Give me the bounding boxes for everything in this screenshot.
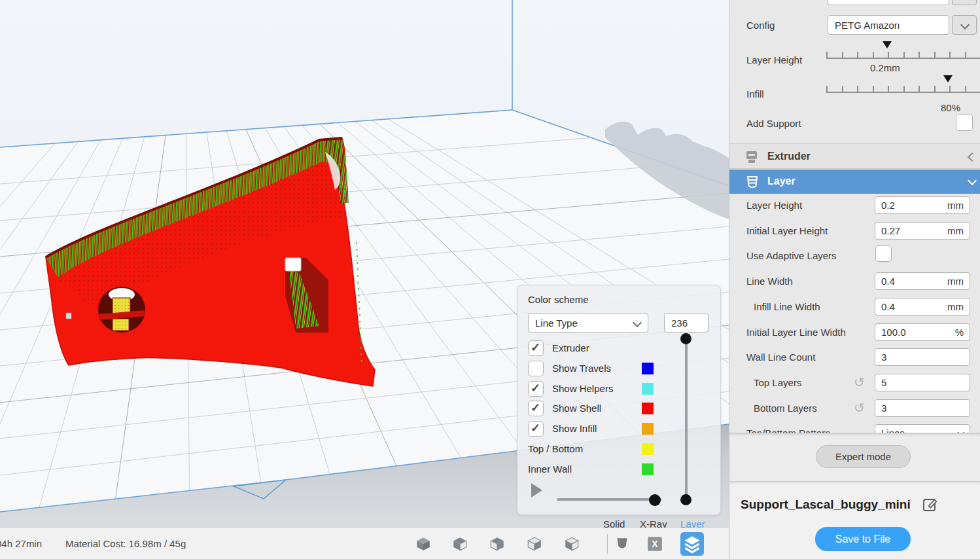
section-layer-label: Layer [767, 175, 796, 187]
view-front-icon[interactable] [451, 535, 468, 552]
infill-slider-value: 80% [941, 102, 960, 113]
layer-section-icon [744, 173, 761, 190]
solid-view-icon[interactable] [614, 535, 631, 552]
setting-row: Use Adaptive Layers [729, 244, 980, 269]
setting-input[interactable]: 0.2mm [875, 196, 970, 214]
project-name: Support_Lascal_buggy_mini [741, 497, 911, 512]
infill-slider[interactable] [826, 84, 980, 93]
config-select[interactable]: PETG Amazon [828, 15, 949, 35]
setting-row: Bottom Layers↺3 [729, 397, 980, 422]
add-support-checkbox[interactable] [956, 114, 973, 131]
color-scheme-title: Color scheme [528, 294, 589, 305]
color-scheme-item-label: Show Shell [552, 403, 601, 414]
layer-slider-top-handle[interactable] [680, 333, 691, 344]
setting-input[interactable]: 100.0% [875, 323, 970, 341]
setting-label: Initial Layer Height [746, 225, 828, 236]
path-slider-handle[interactable] [649, 494, 661, 506]
color-scheme-row: Show Helpers [517, 380, 720, 399]
edit-name-icon[interactable] [922, 496, 939, 513]
setting-input[interactable]: 3 [875, 348, 970, 366]
setting-checkbox[interactable] [875, 245, 892, 262]
setting-unit: mm [947, 200, 964, 211]
view-3d-icon[interactable] [415, 535, 432, 552]
setting-row: Line Width0.4mm [729, 270, 980, 295]
color-scheme-row: Show Travels [517, 359, 720, 379]
color-scheme-item-label: Inner Wall [528, 463, 572, 475]
color-scheme-item-label: Show Helpers [552, 383, 613, 394]
setting-select[interactable]: Lines [875, 424, 970, 433]
save-to-file-button[interactable]: Save to File [815, 527, 911, 551]
top-clipped-select-button[interactable] [952, 0, 977, 5]
visibility-checkbox[interactable] [528, 381, 544, 397]
layer-slider-bottom-handle[interactable] [680, 494, 691, 505]
layer-height-slider-label: Layer Height [746, 54, 802, 65]
save-area: Support_Lascal_buggy_mini Save to File [729, 481, 980, 559]
infill-slider-marker[interactable] [943, 75, 953, 82]
color-scheme-panel: Color scheme Line Type 236 ExtruderShow … [517, 285, 721, 515]
color-scheme-select[interactable]: Line Type [528, 313, 648, 333]
status-bar: 04h 27min Material Cost: 16.98m / 45g X [0, 528, 729, 559]
color-scheme-row: Show Infill [517, 420, 720, 439]
setting-input[interactable]: 0.4mm [875, 298, 970, 316]
config-value: PETG Amazon [835, 20, 900, 31]
setting-value: 5 [881, 377, 886, 388]
extruder-icon [744, 149, 760, 165]
visibility-checkbox[interactable] [528, 421, 544, 437]
setting-row: Top/Bottom PatternLines [729, 422, 980, 433]
print-time: 04h 27min [0, 538, 42, 549]
add-support-label: Add Support [746, 118, 801, 129]
layer-settings-list: Layer Height0.2mmInitial Layer Height0.2… [729, 194, 980, 433]
path-slider-track[interactable] [557, 498, 661, 501]
setting-label: Top/Bottom Pattern [746, 427, 830, 433]
setting-label: Bottom Layers [754, 403, 817, 414]
setting-row: Wall Line Count3 [729, 346, 980, 370]
section-layer[interactable]: Layer [729, 170, 980, 194]
chevron-left-icon [968, 153, 977, 162]
setting-label: Infill Line Width [754, 301, 820, 312]
visibility-checkbox[interactable] [528, 361, 544, 376]
setting-input[interactable]: 5 [875, 374, 970, 391]
color-scheme-row: Inner Wall [517, 460, 720, 480]
setting-value: 0.27 [881, 225, 900, 236]
layer-height-slider-marker[interactable] [883, 41, 892, 48]
color-swatch [642, 463, 654, 475]
visibility-checkbox[interactable] [528, 340, 544, 356]
config-select-button[interactable] [952, 15, 977, 35]
color-scheme-row: Top / Bottom [517, 440, 720, 460]
setting-input[interactable]: 3 [875, 399, 970, 417]
setting-unit: mm [947, 276, 964, 287]
setting-row: Top Layers↺5 [729, 371, 980, 396]
layer-number-input[interactable]: 236 [664, 313, 709, 333]
setting-input[interactable]: 0.27mm [875, 222, 970, 240]
layer-number-value: 236 [671, 317, 688, 329]
layer-range-slider-track[interactable] [685, 338, 688, 500]
expert-mode-button[interactable]: Expert mode [816, 445, 911, 468]
play-icon[interactable] [531, 483, 542, 497]
layer-view-icon[interactable] [680, 532, 704, 556]
color-swatch [642, 383, 654, 395]
setting-label: Initial Layer Line Width [746, 327, 846, 338]
color-scheme-value: Line Type [535, 317, 578, 329]
section-extruder[interactable]: Extruder [729, 143, 980, 169]
view-left-icon[interactable] [526, 535, 543, 552]
setting-value: 100.0 [881, 327, 906, 338]
setting-row: Infill Line Width0.4mm [729, 295, 980, 320]
setting-row: Initial Layer Line Width100.0% [729, 321, 980, 346]
chevron-down-icon [633, 318, 642, 327]
visibility-checkbox[interactable] [528, 401, 544, 416]
layer-height-slider[interactable] [826, 50, 980, 59]
color-scheme-item-label: Top / Bottom [528, 443, 583, 454]
setting-label: Wall Line Count [746, 352, 815, 363]
xray-view-icon[interactable]: X [646, 535, 663, 552]
setting-label: Top Layers [754, 377, 801, 388]
material-cost: Material Cost: 16.98m / 45g [65, 538, 186, 549]
top-clipped-select[interactable] [828, 0, 949, 5]
settings-panel: Config PETG Amazon Layer Height 0.2mm In… [729, 0, 980, 559]
view-right-icon[interactable] [563, 535, 580, 552]
view-top-icon[interactable] [489, 535, 506, 552]
reset-value-icon[interactable]: ↺ [854, 374, 865, 390]
setting-input[interactable]: 0.4mm [875, 272, 970, 290]
setting-value: 0.2 [881, 200, 895, 211]
setting-unit: mm [947, 225, 964, 236]
reset-value-icon[interactable]: ↺ [854, 400, 865, 416]
